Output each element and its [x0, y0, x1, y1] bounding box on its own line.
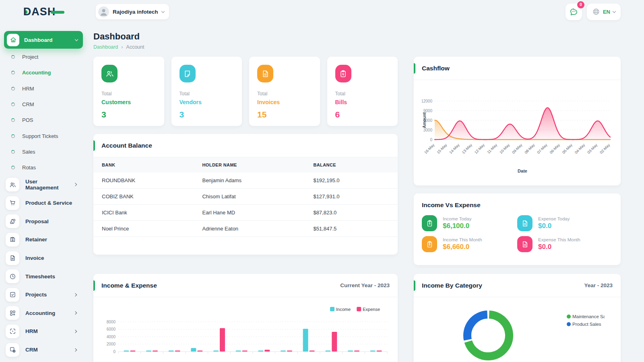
income-bar [348, 351, 353, 352]
stat-label: Invoices [257, 99, 312, 105]
stat-top-label: Total [335, 91, 390, 97]
bullet-donut-icon [11, 70, 15, 75]
sidebar-subitem-crm[interactable]: CRM [0, 97, 89, 112]
svg-text:10-May: 10-May [499, 143, 510, 154]
svg-text:12000: 12000 [422, 99, 432, 103]
svg-text:05-May: 05-May [561, 143, 573, 154]
stat-card-customers: TotalCustomers3 [93, 57, 164, 126]
svg-text:6000: 6000 [107, 327, 116, 331]
sidebar-subitem-label: Accounting [22, 70, 51, 76]
sidebar-item-label: Invoice [25, 255, 44, 261]
table-cell: $87,823.0 [305, 205, 398, 221]
chevron-right-icon [74, 293, 77, 296]
sidebar-item-projects[interactable]: Projects [0, 286, 89, 304]
svg-text:0: 0 [430, 138, 432, 142]
table-column-header: BANK [93, 157, 194, 173]
income-bar [281, 351, 286, 352]
messages-button[interactable]: 0 [566, 4, 582, 20]
sidebar-subitem-label: CRM [22, 101, 34, 107]
table-cell: Noel Prince [93, 221, 194, 237]
income-by-category-donut-chart: Maintenance SalesProduct Sales [414, 297, 621, 362]
retainer-icon [9, 236, 16, 243]
sidebar-item-proposal[interactable]: Proposal [0, 212, 89, 231]
breadcrumb-dashboard-link[interactable]: Dashboard [93, 44, 118, 50]
sidebar-item-label: Retainer [25, 237, 47, 243]
sidebar-subitem-project[interactable]: Project [0, 49, 89, 65]
svg-text:$: $ [429, 222, 430, 225]
ive-item-income-this-month: $Income This Month$6,660.0 [422, 236, 517, 252]
avatar [98, 6, 109, 17]
ive-label: Income Today [443, 216, 471, 221]
account-balance-title: Account Balance [101, 142, 152, 149]
cashflow-area-chart: 030006000900012000Amount16-May15-May14-M… [414, 80, 621, 177]
ive-icon-box: $ [422, 236, 437, 252]
module-icon-box [6, 196, 19, 210]
module-icon-box [6, 214, 19, 228]
sidebar-item-label: Proposal [25, 218, 49, 224]
sidebar-item-product-service[interactable]: Product & Service [0, 194, 89, 212]
sidebar-item-crm[interactable]: CRM [0, 341, 89, 359]
sidebar-subitem-rotas[interactable]: Rotas [0, 160, 89, 175]
ive-item-expense-this-month: Expense This Month$0.0 [517, 236, 613, 252]
sidebar-item-dashboard[interactable]: Dashboard [4, 31, 83, 49]
svg-text:Date: Date [518, 169, 527, 173]
sidebar-subitem-label: HRM [22, 86, 34, 92]
globe-icon [592, 8, 600, 16]
topbar: DASH Rajodiya infotech 0 EN [0, 0, 644, 23]
sidebar-subitem-accounting[interactable]: Accounting [0, 65, 89, 80]
ive-item-income-today: $Income Today$6,100.0 [422, 215, 517, 231]
sidebar-item-retainer[interactable]: Retainer [0, 230, 89, 249]
sidebar-subitem-support-tickets[interactable]: Support Tickets [0, 128, 89, 144]
ive-label: Income This Month [443, 237, 482, 242]
sidebar-item-label: Product & Service [25, 200, 72, 206]
bullet-donut-icon [11, 102, 15, 107]
workspace-switcher[interactable]: Rajodiya infotech [96, 4, 169, 19]
bullet-donut-icon [11, 55, 15, 59]
income-bar [213, 351, 219, 352]
svg-text:Income: Income [336, 307, 351, 312]
income-expense-period: Current Year - 2023 [340, 282, 390, 288]
svg-text:12-May: 12-May [474, 143, 485, 154]
table-cell: Chisom Latifat [194, 189, 305, 205]
module-icon-box [6, 178, 19, 191]
sidebar-item-hrm[interactable]: HRM [0, 322, 89, 341]
sidebar-item-timesheets[interactable]: Timesheets [0, 267, 89, 286]
square-plus-icon [9, 346, 16, 353]
stat-top-label: Total [101, 91, 156, 97]
sidebar-item-accounting[interactable]: Accounting [0, 304, 89, 323]
table-cell: Benjamin Adams [194, 173, 305, 189]
income-bar [146, 351, 151, 352]
cart-icon [9, 200, 16, 206]
ive-value: $6,660.0 [443, 243, 482, 251]
svg-text:9000: 9000 [423, 109, 433, 113]
table-row: COBIZ BANKChisom Latifat$127,931.0 [93, 189, 398, 205]
svg-text:$: $ [342, 72, 344, 76]
sidebar-item-user-management[interactable]: User Management [0, 175, 89, 194]
users-icon [9, 181, 16, 188]
stat-label: Vendors [180, 99, 234, 105]
sidebar-item-invoice[interactable]: Invoice [0, 249, 89, 267]
sidebar-item-label: Timesheets [25, 274, 55, 280]
svg-text:02-May: 02-May [599, 143, 611, 154]
stat-value: 3 [101, 110, 156, 119]
language-selector[interactable]: EN [587, 4, 621, 20]
expense-bar [242, 351, 248, 352]
table-row: ROUNDBANKBenjamin Adams$192,195.0 [93, 173, 398, 189]
account-balance-card: Account Balance BANKHOLDER NAMEBALANCE R… [93, 134, 398, 255]
sidebar-subitem-pos[interactable]: POS [0, 112, 89, 128]
svg-text:Amount: Amount [422, 112, 427, 128]
chevron-down-icon [161, 9, 164, 12]
chevron-right-icon [74, 311, 77, 315]
table-cell: Earl Hane MD [194, 205, 305, 221]
breadcrumb-separator: › [121, 44, 123, 50]
table-cell: ICICI Bank [93, 205, 194, 221]
income-vs-expense-card: Income Vs Expense $Income Today$6,100.0E… [414, 193, 621, 265]
sidebar-subitem-hrm[interactable]: HRM [0, 81, 89, 97]
grid-plus-icon [9, 310, 16, 317]
breadcrumb: Dashboard › Account [93, 44, 621, 50]
sidebar-subitem-sales[interactable]: Sales [0, 144, 89, 160]
income-bar [258, 351, 263, 352]
ive-value: $0.0 [538, 243, 580, 251]
messages-badge: 0 [577, 1, 584, 8]
stat-top-label: Total [257, 91, 312, 97]
